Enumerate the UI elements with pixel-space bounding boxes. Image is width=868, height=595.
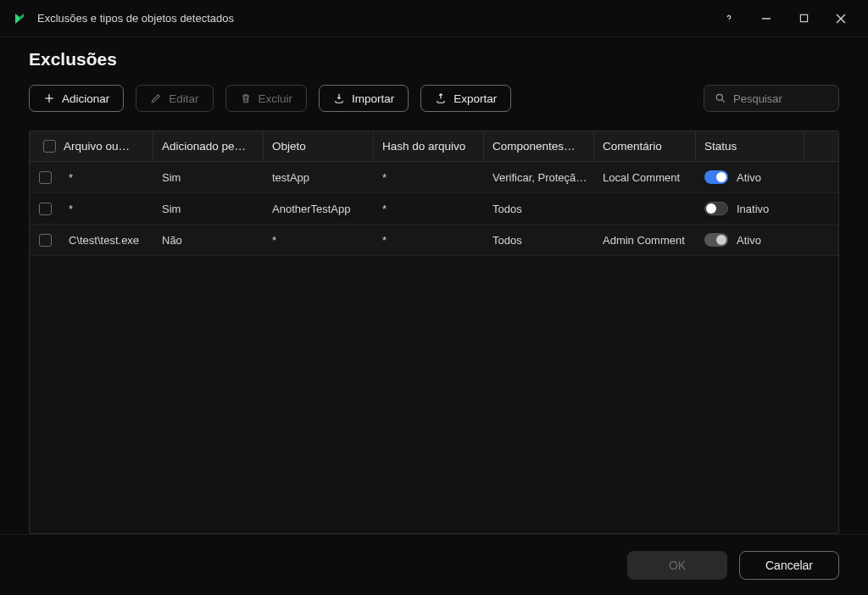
help-button[interactable] (710, 6, 748, 31)
cell-status: Inativo (696, 193, 804, 224)
cell-tail (804, 162, 838, 192)
row-checkbox[interactable] (39, 171, 52, 184)
close-button[interactable] (822, 6, 860, 31)
add-button[interactable]: Adicionar (29, 85, 124, 112)
header-components[interactable]: Componentes… (484, 131, 594, 161)
table-row[interactable]: *SimtestApp*Verificar, Proteçã…Local Com… (30, 162, 838, 193)
cell-file: * (60, 193, 153, 224)
header-added[interactable]: Adicionado pe… (153, 131, 264, 161)
export-button[interactable]: Exportar (420, 85, 511, 112)
svg-point-9 (716, 94, 722, 100)
delete-button: Excluir (225, 85, 308, 112)
row-checkbox[interactable] (39, 234, 52, 247)
cell-tail (804, 193, 838, 224)
add-button-label: Adicionar (62, 92, 109, 105)
cell-comment: Admin Comment (594, 225, 696, 255)
cell-object: * (264, 225, 374, 255)
row-checkbox[interactable] (39, 203, 52, 215)
status-toggle[interactable] (704, 170, 728, 184)
cell-added: Sim (153, 193, 264, 224)
row-checkbox-cell (30, 193, 60, 224)
dialog-footer: OK Cancelar (0, 534, 868, 595)
header-object[interactable]: Objeto (264, 131, 374, 161)
ok-button-label: OK (669, 559, 686, 572)
page-title: Exclusões (29, 49, 839, 70)
header-comment[interactable]: Comentário (594, 131, 696, 161)
cell-tail (804, 225, 838, 255)
edit-button: Editar (136, 85, 213, 112)
search-field[interactable] (704, 85, 839, 112)
svg-point-0 (729, 20, 730, 21)
edit-button-label: Editar (169, 92, 198, 105)
exclusions-table: Arquivo ou… Adicionado pe… Objeto Hash d… (29, 131, 839, 534)
search-input[interactable] (733, 92, 868, 105)
header-checkbox-cell (30, 131, 60, 161)
cell-comment: Local Comment (594, 162, 696, 192)
svg-line-10 (722, 100, 725, 103)
cell-added: Sim (153, 162, 264, 192)
table-row[interactable]: C\test\test.exeNão**TodosAdmin CommentAt… (30, 225, 838, 256)
select-all-checkbox[interactable] (43, 140, 56, 153)
cell-components: Verificar, Proteçã… (484, 162, 594, 192)
app-logo-icon (12, 11, 27, 26)
status-toggle[interactable] (704, 202, 728, 215)
cell-hash: * (374, 193, 484, 224)
content-area: Exclusões Adicionar Editar Excluir Impor… (0, 37, 868, 534)
cancel-button[interactable]: Cancelar (739, 551, 839, 580)
svg-rect-2 (800, 14, 807, 21)
import-button[interactable]: Importar (319, 85, 409, 112)
title-bar: Exclusões e tipos de objetos detectados (0, 0, 868, 37)
cell-file: C\test\test.exe (60, 225, 153, 255)
row-checkbox-cell (30, 225, 60, 255)
cell-components: Todos (484, 193, 594, 224)
header-status[interactable]: Status (696, 131, 804, 161)
export-button-label: Exportar (453, 92, 497, 105)
cell-components: Todos (484, 225, 594, 255)
table-header-row: Arquivo ou… Adicionado pe… Objeto Hash d… (30, 131, 838, 162)
cell-object: testApp (264, 162, 374, 192)
table-body: *SimtestApp*Verificar, Proteçã…Local Com… (30, 162, 838, 533)
table-row[interactable]: *SimAnotherTestApp*TodosInativo (30, 193, 838, 225)
cell-status: Ativo (696, 162, 804, 192)
toolbar: Adicionar Editar Excluir Importar Export… (29, 85, 839, 112)
cell-comment (594, 193, 696, 224)
status-toggle[interactable] (704, 233, 728, 247)
cell-file: * (60, 162, 153, 192)
header-hash[interactable]: Hash do arquivo (374, 131, 484, 161)
header-tail (804, 131, 838, 161)
cell-hash: * (374, 162, 484, 192)
status-text: Inativo (737, 203, 769, 215)
cell-hash: * (374, 225, 484, 255)
header-file[interactable]: Arquivo ou… (60, 131, 153, 161)
import-button-label: Importar (352, 92, 394, 105)
ok-button: OK (627, 551, 727, 580)
window-title: Exclusões e tipos de objetos detectados (37, 12, 234, 25)
cell-added: Não (153, 225, 264, 255)
delete-button-label: Excluir (259, 92, 293, 105)
status-text: Ativo (737, 234, 761, 247)
cell-status: Ativo (696, 225, 804, 255)
row-checkbox-cell (30, 162, 60, 192)
minimize-button[interactable] (748, 6, 785, 31)
cancel-button-label: Cancelar (765, 559, 813, 572)
status-text: Ativo (737, 171, 761, 184)
cell-object: AnotherTestApp (264, 193, 374, 224)
maximize-button[interactable] (785, 6, 822, 31)
search-icon (715, 92, 726, 104)
